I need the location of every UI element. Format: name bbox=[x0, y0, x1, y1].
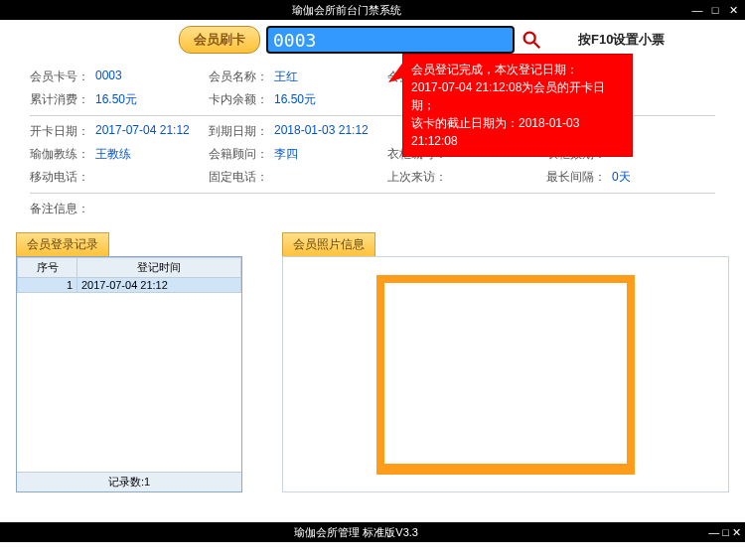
notification-popup: 会员登记完成，本次登记日期： 2017-07-04 21:12:08为会员的开卡… bbox=[402, 54, 633, 157]
svg-point-0 bbox=[524, 33, 535, 44]
open-label: 开卡日期： bbox=[30, 123, 89, 140]
max-gap-value: 0天 bbox=[612, 169, 631, 186]
popup-line: 该卡的截止日期为：2018-01-03 21:12:08 bbox=[411, 114, 624, 150]
bottom-title: 瑜伽会所管理 标准版V3.3 bbox=[4, 525, 708, 540]
card-no-label: 会员卡号： bbox=[30, 69, 89, 85]
open-value: 2017-07-04 21:12 bbox=[95, 123, 190, 140]
close-icon[interactable]: ✕ bbox=[725, 3, 741, 17]
cell-seq: 1 bbox=[18, 278, 77, 293]
popup-line: 会员登记完成，本次登记日期： bbox=[411, 61, 624, 78]
balance-value: 16.50元 bbox=[274, 91, 316, 108]
bottom-titlebar: 瑜伽会所管理 标准版V3.3 — □ ✕ bbox=[0, 522, 745, 542]
minimize-icon[interactable]: — bbox=[708, 526, 719, 538]
spend-value: 16.50元 bbox=[95, 91, 137, 108]
cell-time: 2017-07-04 21:12 bbox=[77, 278, 241, 293]
svg-rect-2 bbox=[380, 279, 631, 468]
swipe-card-button[interactable]: 会员刷卡 bbox=[179, 26, 260, 54]
expire-value: 2018-01-03 21:12 bbox=[274, 123, 369, 140]
name-value: 王红 bbox=[274, 69, 298, 85]
coach-value: 王教练 bbox=[95, 146, 131, 163]
col-seq[interactable]: 序号 bbox=[18, 258, 77, 278]
col-time[interactable]: 登记时间 bbox=[77, 258, 241, 278]
phone-label: 固定电话： bbox=[209, 169, 268, 186]
name-label: 会员名称： bbox=[209, 69, 268, 85]
login-records-tab[interactable]: 会员登录记录 bbox=[16, 232, 109, 256]
close-icon[interactable]: ✕ bbox=[732, 526, 741, 538]
window-title: 瑜伽会所前台门禁系统 bbox=[4, 3, 689, 18]
divider bbox=[30, 193, 715, 194]
mobile-label: 移动电话： bbox=[30, 169, 89, 186]
login-records-panel: 会员登录记录 序号 登记时间 1 2017-07-04 21:12 bbox=[16, 232, 242, 492]
records-footer: 记录数:1 bbox=[17, 472, 241, 491]
coach-label: 瑜伽教练： bbox=[30, 146, 89, 163]
login-records-table: 序号 登记时间 1 2017-07-04 21:12 bbox=[17, 257, 241, 293]
maximize-icon[interactable]: □ bbox=[707, 3, 723, 17]
popup-line: 2017-07-04 21:12:08为会员的开卡日期； bbox=[411, 78, 624, 114]
minimize-icon[interactable]: — bbox=[689, 3, 705, 17]
advisor-value: 李四 bbox=[274, 146, 298, 163]
card-number-input[interactable] bbox=[266, 26, 515, 54]
remark-label: 备注信息： bbox=[30, 201, 89, 217]
f10-hint: 按F10设置小票 bbox=[578, 31, 665, 49]
advisor-label: 会籍顾问： bbox=[209, 146, 268, 163]
maximize-icon[interactable]: □ bbox=[722, 526, 729, 538]
search-icon[interactable] bbox=[521, 29, 542, 51]
table-row[interactable]: 1 2017-07-04 21:12 bbox=[18, 278, 241, 293]
photo-tab[interactable]: 会员照片信息 bbox=[282, 232, 375, 256]
max-gap-label: 最长间隔： bbox=[546, 169, 606, 186]
svg-line-1 bbox=[534, 43, 540, 49]
card-no-value: 0003 bbox=[95, 69, 122, 85]
expire-label: 到期日期： bbox=[209, 123, 268, 140]
last-visit-label: 上次来访： bbox=[387, 169, 447, 186]
spend-label: 累计消费： bbox=[30, 91, 89, 108]
balance-label: 卡内余额： bbox=[209, 91, 268, 108]
window-titlebar: 瑜伽会所前台门禁系统 — □ ✕ bbox=[0, 0, 745, 20]
photo-frame-icon bbox=[367, 267, 645, 480]
member-photo-panel: 会员照片信息 bbox=[282, 232, 729, 492]
